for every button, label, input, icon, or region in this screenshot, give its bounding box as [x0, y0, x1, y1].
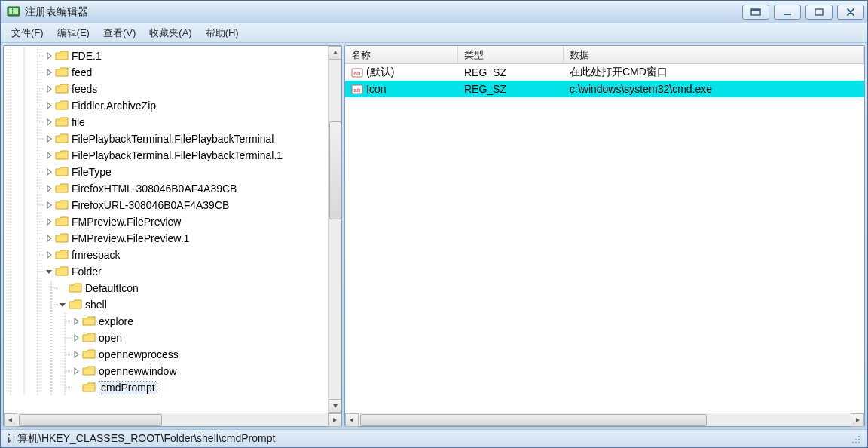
tree-horizontal-scrollbar[interactable]: [4, 413, 341, 426]
tree-node[interactable]: FileType: [4, 164, 341, 180]
tree-vertical-scrollbar[interactable]: [328, 46, 341, 413]
column-header-data[interactable]: 数据: [564, 46, 864, 63]
folder-icon: [55, 100, 69, 112]
scroll-down-button[interactable]: [329, 399, 341, 413]
window-extra-button[interactable]: [742, 5, 769, 20]
folder-icon: [55, 232, 69, 244]
expander-icon[interactable]: [44, 230, 53, 247]
folder-icon: [55, 249, 69, 261]
menu-edit[interactable]: 编辑(E): [51, 25, 96, 41]
cell-data: c:\windows\system32\cmd.exe: [564, 83, 864, 95]
svg-rect-4: [13, 11, 18, 14]
menu-view[interactable]: 查看(V): [97, 25, 142, 41]
expander-icon[interactable]: [72, 363, 81, 379]
expander-icon[interactable]: [44, 48, 53, 64]
expander-icon[interactable]: [44, 97, 53, 114]
tree-node[interactable]: Fiddler.ArchiveZip: [4, 97, 341, 114]
tree-node[interactable]: FilePlaybackTerminal.FilePlaybackTermina…: [4, 147, 341, 164]
folder-icon: [69, 299, 82, 311]
tree-node[interactable]: feeds: [4, 81, 341, 97]
tree-body: FDE.1feedfeedsFiddler.ArchiveZipfileFile…: [4, 46, 341, 413]
menu-favorites[interactable]: 收藏夹(A): [143, 25, 197, 41]
value-name: (默认): [366, 66, 394, 79]
tree-node[interactable]: feed: [4, 64, 341, 81]
tree-node[interactable]: file: [4, 114, 341, 130]
list-body[interactable]: ab(默认)REG_SZ在此处打开CMD窗口abIconREG_SZc:\win…: [345, 64, 864, 413]
scroll-left-button[interactable]: [345, 413, 359, 427]
expander-icon[interactable]: [44, 213, 53, 230]
string-value-icon: ab: [351, 83, 363, 95]
svg-rect-6: [751, 9, 760, 11]
scroll-right-button[interactable]: [328, 413, 341, 427]
folder-icon: [55, 199, 69, 211]
folder-icon: [55, 133, 69, 145]
scroll-thumb[interactable]: [19, 414, 162, 426]
statusbar-path: 计算机\HKEY_CLASSES_ROOT\Folder\shell\cmdPr…: [7, 432, 275, 446]
scroll-left-button[interactable]: [4, 413, 17, 427]
statusbar: 计算机\HKEY_CLASSES_ROOT\Folder\shell\cmdPr…: [1, 429, 867, 447]
folder-icon: [55, 149, 69, 161]
tree-node-label: Folder: [72, 265, 102, 278]
column-header-type[interactable]: 类型: [458, 46, 564, 63]
tree-node[interactable]: DefaultIcon: [4, 280, 341, 296]
list-row[interactable]: ab(默认)REG_SZ在此处打开CMD窗口: [345, 64, 864, 81]
expander-icon[interactable]: [44, 164, 53, 180]
resize-grip[interactable]: [849, 433, 861, 445]
tree[interactable]: FDE.1feedfeedsFiddler.ArchiveZipfileFile…: [4, 48, 341, 396]
tree-node[interactable]: explore: [4, 313, 341, 330]
folder-icon: [69, 282, 82, 294]
expander-icon[interactable]: [44, 147, 53, 164]
tree-node[interactable]: FirefoxURL-308046B0AF4A39CB: [4, 197, 341, 213]
list-horizontal-scrollbar[interactable]: [345, 413, 864, 426]
tree-node[interactable]: open: [4, 330, 341, 346]
expander-icon[interactable]: [72, 330, 81, 346]
tree-node[interactable]: Folder: [4, 263, 341, 280]
folder-icon: [55, 83, 69, 95]
column-header-name[interactable]: 名称: [345, 46, 458, 63]
tree-node[interactable]: FilePlaybackTerminal.FilePlaybackTermina…: [4, 130, 341, 147]
expander-icon[interactable]: [72, 313, 81, 330]
tree-node-label: opennewwindow: [99, 365, 177, 377]
tree-node-label: FilePlaybackTerminal.FilePlaybackTermina…: [72, 149, 283, 161]
expander-icon[interactable]: [44, 247, 53, 263]
tree-node-label: opennewprocess: [99, 348, 179, 361]
folder-icon: [55, 183, 69, 195]
expander-icon[interactable]: [44, 180, 53, 197]
expander-icon: [58, 280, 67, 296]
tree-node-label: FilePlaybackTerminal.FilePlaybackTermina…: [72, 133, 274, 145]
expander-icon[interactable]: [58, 296, 67, 313]
scroll-thumb[interactable]: [360, 414, 707, 426]
scroll-right-button[interactable]: [851, 413, 864, 427]
list-row[interactable]: abIconREG_SZc:\windows\system32\cmd.exe: [345, 81, 864, 97]
expander-icon[interactable]: [44, 263, 53, 280]
tree-node[interactable]: FMPreview.FilePreview: [4, 213, 341, 230]
tree-node[interactable]: FMPreview.FilePreview.1: [4, 230, 341, 247]
tree-node[interactable]: opennewprocess: [4, 346, 341, 363]
scroll-thumb[interactable]: [329, 121, 341, 219]
minimize-button[interactable]: [774, 5, 801, 20]
expander-icon[interactable]: [72, 346, 81, 363]
menu-file[interactable]: 文件(F): [5, 25, 50, 41]
expander-icon[interactable]: [44, 81, 53, 97]
tree-node[interactable]: fmrespack: [4, 247, 341, 263]
tree-node-label: cmdPrompt: [99, 381, 157, 394]
folder-icon: [82, 382, 96, 394]
tree-node[interactable]: FirefoxHTML-308046B0AF4A39CB: [4, 180, 341, 197]
expander-icon[interactable]: [44, 130, 53, 147]
expander-icon[interactable]: [44, 114, 53, 130]
cell-data: 在此处打开CMD窗口: [564, 66, 864, 79]
expander-icon[interactable]: [44, 64, 53, 81]
string-value-icon: ab: [351, 66, 363, 78]
expander-icon[interactable]: [44, 197, 53, 213]
tree-node[interactable]: opennewwindow: [4, 363, 341, 379]
maximize-button[interactable]: [805, 5, 833, 20]
tree-node[interactable]: cmdPrompt: [4, 379, 341, 396]
client-area: FDE.1feedfeedsFiddler.ArchiveZipfileFile…: [1, 43, 867, 429]
tree-node[interactable]: FDE.1: [4, 48, 341, 64]
tree-node-label: file: [72, 116, 85, 128]
scroll-up-button[interactable]: [329, 46, 341, 60]
tree-node[interactable]: shell: [4, 296, 341, 313]
close-button[interactable]: [837, 5, 864, 20]
tree-node-label: FileType: [72, 166, 112, 178]
menu-help[interactable]: 帮助(H): [200, 25, 245, 41]
